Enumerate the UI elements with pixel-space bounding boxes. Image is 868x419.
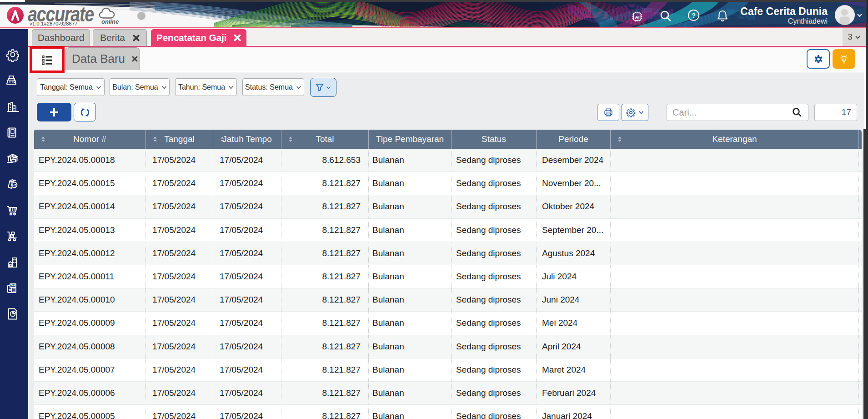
svg-text:Rp: Rp bbox=[12, 183, 16, 187]
svg-text:TAX: TAX bbox=[10, 284, 15, 287]
svg-text:AI: AI bbox=[635, 15, 640, 20]
